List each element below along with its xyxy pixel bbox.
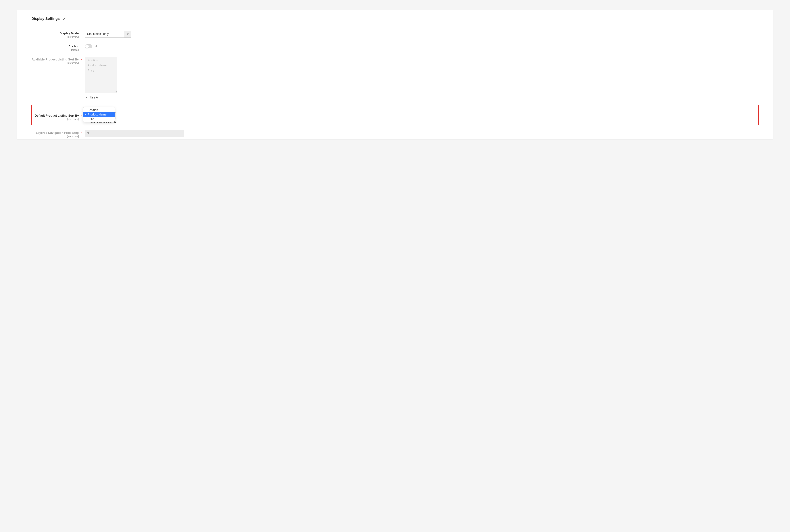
dropdown-option-price[interactable]: Price (83, 117, 115, 121)
section-title: Display Settings (32, 17, 60, 21)
use-config-row: Use Config Settings (85, 120, 758, 124)
scope-store-view: [store view] (32, 118, 79, 120)
required-mark: * (81, 130, 84, 135)
label-col: Default Product Listing Sort By [store v… (32, 108, 81, 120)
section-header: Display Settings (32, 17, 758, 21)
option-price[interactable]: Price (88, 69, 116, 72)
available-sort-multiselect[interactable]: Position Product Name Price (85, 57, 117, 93)
required-placeholder (81, 44, 84, 45)
scope-store-view: [store view] (32, 36, 79, 38)
label-col: Layered Navigation Price Step [store vie… (32, 130, 81, 138)
row-price-step: Layered Navigation Price Step [store vie… (32, 130, 758, 138)
input-col: Position ✓ Product Name Price Use Config… (84, 108, 758, 124)
label-display-mode: Display Mode (32, 32, 79, 35)
scope-global: [global] (32, 49, 79, 51)
required-placeholder (81, 31, 84, 32)
option-product-name[interactable]: Product Name (88, 64, 116, 67)
anchor-value: No (95, 45, 98, 48)
label-price-step: Layered Navigation Price Step (32, 131, 79, 135)
default-sort-dropdown: Position ✓ Product Name Price (83, 107, 115, 122)
use-all-checkbox[interactable] (85, 96, 88, 99)
input-col: No (84, 44, 758, 49)
dropdown-option-product-name[interactable]: ✓ Product Name (83, 112, 115, 117)
row-default-sort-highlight: Default Product Listing Sort By [store v… (32, 105, 758, 125)
chevron-down-icon (124, 31, 131, 38)
label-col: Anchor [global] (32, 44, 81, 51)
display-mode-select[interactable]: Static block only (85, 31, 131, 38)
dropdown-option-label: Position (88, 108, 98, 112)
input-col: Position Product Name Price Use All (84, 57, 758, 99)
resize-grip-icon[interactable] (115, 90, 117, 92)
display-mode-value: Static block only (85, 31, 124, 38)
row-anchor: Anchor [global] No (32, 44, 758, 51)
label-col: Display Mode [store view] (32, 31, 81, 38)
row-available-sort: Available Product Listing Sort By [store… (32, 57, 758, 99)
use-all-row: Use All (85, 96, 758, 99)
check-icon: ✓ (84, 113, 87, 116)
scope-store-view: [store view] (32, 62, 79, 64)
label-available-sort: Available Product Listing Sort By (32, 58, 79, 61)
required-mark: * (81, 57, 84, 61)
use-all-label: Use All (90, 96, 99, 99)
input-col: Static block only (84, 31, 758, 38)
dropdown-option-position[interactable]: Position (83, 108, 115, 112)
dropdown-option-label: Product Name (88, 113, 107, 116)
label-default-sort: Default Product Listing Sort By (32, 114, 79, 117)
anchor-toggle[interactable] (85, 44, 92, 49)
row-display-mode: Display Mode [store view] Static block o… (32, 31, 758, 38)
option-position[interactable]: Position (88, 59, 116, 62)
settings-card: Display Settings Display Mode [store vie… (17, 10, 773, 139)
edit-icon[interactable] (63, 17, 66, 20)
scope-store-view: [store view] (32, 135, 79, 138)
price-step-input[interactable]: $ (85, 130, 184, 137)
label-col: Available Product Listing Sort By [store… (32, 57, 81, 64)
input-col: $ (84, 130, 758, 137)
dropdown-option-label: Price (88, 117, 94, 121)
label-anchor: Anchor (32, 45, 79, 48)
